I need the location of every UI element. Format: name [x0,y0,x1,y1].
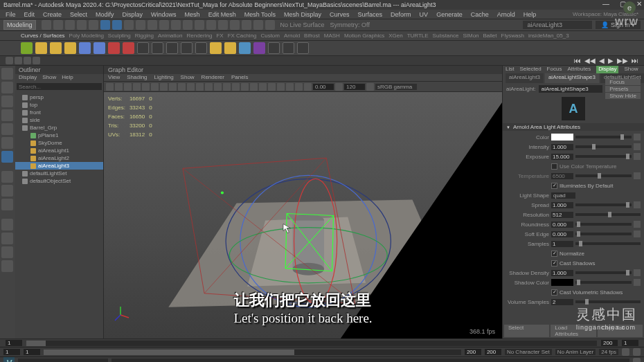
script-editor-icon[interactable] [633,358,641,362]
shelf-tab[interactable]: MASH [324,33,340,39]
vp-icon[interactable] [241,83,249,91]
vp-menu-view[interactable]: View [108,74,120,81]
shelf-tab[interactable]: Custom [260,33,280,39]
vp-menu-show[interactable]: Show [181,74,195,81]
shelf-icon[interactable] [210,42,222,54]
menu-help[interactable]: Help [524,11,537,18]
shelf-icon[interactable] [123,42,134,54]
universal-tool-icon[interactable] [1,151,13,163]
outliner-item[interactable]: SkyDome [15,139,103,147]
symmetry-toggle[interactable]: Symmetry: Off [330,21,370,28]
menu-deform[interactable]: Deform [391,11,411,18]
menu-modify[interactable]: Modify [96,11,114,18]
vp-field-2[interactable]: 120 [344,84,365,90]
shelf-tab[interactable]: insideMan_05_3 [528,33,569,39]
illum-checkbox[interactable] [551,183,557,189]
step-back-icon[interactable]: ◀◀ [584,57,596,64]
redo-icon[interactable] [89,20,98,30]
menu-create[interactable]: Create [43,11,62,18]
vp-icon[interactable] [268,83,276,91]
panel-icon[interactable] [1,260,13,272]
end-frame-field[interactable]: 200 [601,340,618,346]
lasso-tool-icon[interactable] [112,20,122,30]
outliner-item[interactable]: aiAreaLight2 [15,154,103,162]
vp-icon[interactable] [250,83,258,91]
outl-menu-help[interactable]: Help [62,74,73,82]
play-fwd-icon[interactable]: ▶ [608,57,614,64]
charset-dropdown[interactable]: No Character Set [505,349,552,355]
color-swatch[interactable] [551,134,573,141]
shelf-tab[interactable]: Poly Modeling [69,33,104,39]
vp-icon[interactable] [214,83,222,91]
exposure-slider[interactable] [575,155,632,158]
vp-icon[interactable] [366,83,374,91]
snap-plane-icon[interactable] [195,20,204,30]
res-slider[interactable] [575,213,641,216]
intensity-field[interactable]: 1.000 [551,144,573,150]
attr-menu-focus[interactable]: Focus [547,66,562,73]
rotate-tool-icon[interactable] [1,123,13,135]
render-icon[interactable] [242,20,251,30]
outliner-item[interactable]: pPlane1 [15,132,103,139]
shelf-icon[interactable] [137,42,149,54]
menu-windows[interactable]: Windows [151,11,177,18]
vp-field-1[interactable]: 0.00 [313,84,334,90]
vp-menu-lighting[interactable]: Lighting [154,74,174,81]
hud-icon[interactable] [33,57,40,64]
layout-four-icon[interactable] [1,185,13,197]
vp-icon[interactable] [115,83,123,91]
shelf-icon[interactable] [297,42,309,54]
menu-cache[interactable]: Cache [471,11,489,18]
usetemp-checkbox[interactable] [551,163,557,170]
menu-mesh[interactable]: Mesh [185,11,200,18]
shelf-tab[interactable]: XGen [388,33,402,39]
scolor-swatch[interactable] [551,279,573,286]
vp-icon[interactable] [259,83,267,91]
cast-checkbox[interactable] [551,260,557,266]
select-tool-icon[interactable] [100,20,110,30]
color-slider[interactable] [575,136,632,138]
attr-tab[interactable]: aiAreaLight3 [506,73,544,83]
intensity-slider[interactable] [575,145,632,148]
mode-dropdown[interactable]: Modeling [3,20,36,30]
minimize-button[interactable]: — [602,0,609,8]
menu-meshdisplay[interactable]: Mesh Display [284,11,321,18]
round-field[interactable]: 0.000 [551,221,573,228]
range-end[interactable]: 200 [465,349,481,355]
vp-icon[interactable] [160,83,168,91]
scolor-slider[interactable] [575,281,632,284]
shelf-tab[interactable]: Rigging [135,33,154,39]
vp-icon[interactable] [196,83,204,91]
vsamp-slider[interactable] [575,300,641,303]
temp-field[interactable]: 6500 [551,173,573,179]
move-tool-icon[interactable] [1,109,13,121]
range-start2[interactable]: 1 [24,349,40,355]
attr-select-button[interactable]: Select [504,325,549,337]
soft-slider[interactable] [575,233,632,235]
scale-tool-icon[interactable] [147,20,157,30]
menu-edit[interactable]: Edit [24,11,35,18]
save-scene-icon[interactable] [65,20,75,30]
menu-file[interactable]: File [6,11,16,18]
map-button[interactable] [634,201,641,208]
vp-icon[interactable] [277,83,285,91]
menu-display[interactable]: Display [123,11,143,18]
shelf-icon[interactable] [166,42,178,54]
vp-icon[interactable] [335,83,343,91]
vp-icon[interactable] [178,83,186,91]
menu-meshtools[interactable]: Mesh Tools [244,11,276,18]
layout-two-icon[interactable] [1,199,13,210]
shelf-icon[interactable] [93,42,105,54]
selection-field[interactable]: aiAreaLight3 [523,21,592,29]
step-fwd-icon[interactable]: ▶▶ [617,57,628,64]
time-track[interactable] [26,341,597,346]
menu-curves[interactable]: Curves [330,11,350,18]
shelf-tab[interactable]: Arnold [284,33,300,39]
map-button[interactable] [634,230,641,237]
outliner-item[interactable]: defaultLightSet [15,170,103,177]
shape-dropdown[interactable]: quad [551,192,575,199]
history-icon[interactable] [230,20,240,30]
menu-uv[interactable]: UV [420,11,429,18]
shelf-tab[interactable]: Animation [158,33,183,39]
viewport-3d[interactable]: Verts:166970Edges:332430Faces:166500Tris… [104,92,502,338]
